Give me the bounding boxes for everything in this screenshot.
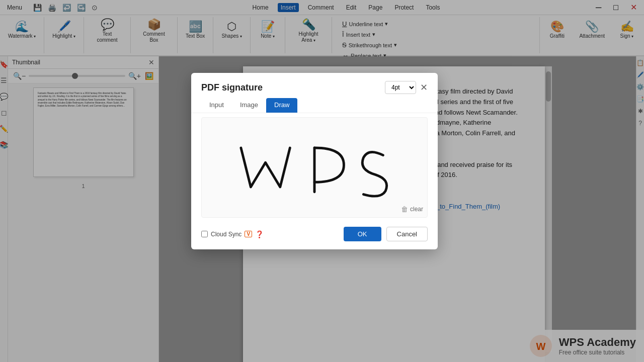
cloud-sync-label: Cloud Sync [211, 231, 242, 238]
modal-close-button[interactable]: ✕ [420, 82, 428, 93]
modal-actions: OK Cancel [344, 227, 428, 241]
clear-label[interactable]: clear [410, 206, 423, 213]
size-select[interactable]: 2pt 4pt 6pt 8pt 10pt [385, 81, 416, 94]
wps-badge: V [245, 231, 252, 237]
signature-svg [202, 118, 427, 217]
help-icon[interactable]: ❓ [255, 230, 264, 238]
modal-tab-image[interactable]: Image [232, 98, 266, 113]
modal-overlay: PDF signature 2pt 4pt 6pt 8pt 10pt ✕ Inp… [0, 0, 644, 362]
modal-header: PDF signature 2pt 4pt 6pt 8pt 10pt ✕ [191, 73, 438, 98]
signature-canvas[interactable]: 🗑 clear [201, 117, 428, 218]
modal-tab-input[interactable]: Input [201, 98, 232, 113]
modal-tabs: Input Image Draw [191, 98, 438, 113]
modal-title: PDF signature [201, 82, 263, 93]
pdf-signature-modal: PDF signature 2pt 4pt 6pt 8pt 10pt ✕ Inp… [191, 73, 438, 249]
modal-footer: Cloud Sync V ❓ OK Cancel [191, 222, 438, 249]
clear-icon[interactable]: 🗑 [401, 205, 408, 213]
ok-button[interactable]: OK [344, 227, 381, 241]
cancel-button[interactable]: Cancel [386, 227, 428, 241]
cloud-sync-section: Cloud Sync V ❓ [201, 230, 264, 238]
canvas-toolbar: 🗑 clear [401, 205, 423, 213]
modal-tab-draw[interactable]: Draw [266, 98, 297, 113]
cloud-sync-checkbox[interactable] [201, 231, 208, 237]
